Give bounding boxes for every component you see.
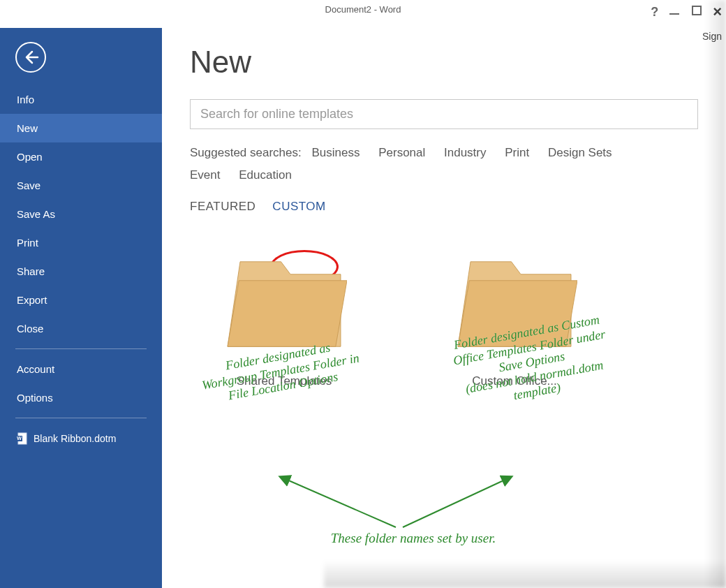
- title-bar: Document2 - Word ? ×: [0, 0, 726, 28]
- nav-account[interactable]: Account: [0, 355, 162, 383]
- annotation-bottom: These folder names set by user.: [274, 531, 553, 547]
- folder-icon: [452, 249, 577, 356]
- nav-close[interactable]: Close: [0, 314, 162, 343]
- annotation-arrow-right: [392, 471, 532, 534]
- suggested-link[interactable]: Design Sets: [548, 146, 612, 159]
- help-icon[interactable]: ?: [651, 5, 658, 20]
- nav-export[interactable]: Export: [0, 286, 162, 314]
- back-button[interactable]: [15, 42, 46, 73]
- minimize-icon[interactable]: [668, 4, 681, 20]
- close-icon[interactable]: ×: [713, 3, 722, 21]
- tab-custom[interactable]: CUSTOM: [272, 200, 325, 214]
- restore-icon[interactable]: [690, 4, 703, 20]
- suggested-link[interactable]: Education: [239, 168, 292, 182]
- backstage-main: New Suggested searches: Business Persona…: [162, 28, 726, 588]
- nav-info[interactable]: Info: [0, 85, 162, 114]
- nav-new[interactable]: New: [0, 114, 162, 142]
- nav-divider: [15, 348, 147, 349]
- template-folders: Shared Templates Custom Office...: [211, 249, 698, 388]
- page-title: New: [190, 45, 698, 80]
- window-title: Document2 - Word: [325, 4, 401, 15]
- suggested-link[interactable]: Event: [190, 168, 220, 182]
- svg-line-6: [403, 477, 511, 527]
- tab-featured[interactable]: FEATURED: [190, 200, 255, 214]
- window-controls: ? ×: [651, 3, 722, 21]
- svg-line-5: [281, 477, 396, 527]
- word-document-icon: W: [15, 432, 28, 445]
- suggested-searches: Suggested searches: Business Personal In…: [190, 142, 698, 187]
- folder-label: Custom Office...: [472, 374, 557, 388]
- nav-list: Info New Open Save Save As Print Share E…: [0, 85, 162, 343]
- backstage-sidebar: Info New Open Save Save As Print Share E…: [0, 28, 162, 588]
- nav-save-as[interactable]: Save As: [0, 200, 162, 228]
- nav-options[interactable]: Options: [0, 383, 162, 412]
- recent-document-label: Blank Ribbon.dotm: [34, 433, 116, 444]
- suggested-label: Suggested searches:: [190, 146, 302, 159]
- folder-shared-templates[interactable]: Shared Templates: [211, 249, 357, 388]
- suggested-link[interactable]: Business: [311, 146, 360, 159]
- nav-divider-2: [15, 418, 147, 418]
- nav-list-bottom: Account Options: [0, 355, 162, 412]
- suggested-link[interactable]: Industry: [444, 146, 486, 159]
- torn-edge-bottom: [324, 560, 726, 588]
- nav-share[interactable]: Share: [0, 257, 162, 286]
- folder-label: Shared Templates: [237, 374, 332, 388]
- suggested-link[interactable]: Print: [505, 146, 529, 159]
- annotation-arrow-left: [270, 471, 410, 534]
- recent-document[interactable]: W Blank Ribbon.dotm: [0, 424, 162, 453]
- suggested-link[interactable]: Personal: [378, 146, 425, 159]
- arrow-left-icon: [22, 49, 39, 66]
- nav-save[interactable]: Save: [0, 171, 162, 200]
- svg-rect-1: [692, 6, 701, 15]
- folder-custom-office[interactable]: Custom Office...: [441, 249, 588, 388]
- template-search-input[interactable]: [190, 99, 698, 129]
- nav-open[interactable]: Open: [0, 142, 162, 171]
- folder-icon: [221, 249, 347, 356]
- svg-text:W: W: [17, 436, 22, 441]
- nav-print[interactable]: Print: [0, 228, 162, 257]
- template-tabs: FEATURED CUSTOM: [190, 200, 698, 214]
